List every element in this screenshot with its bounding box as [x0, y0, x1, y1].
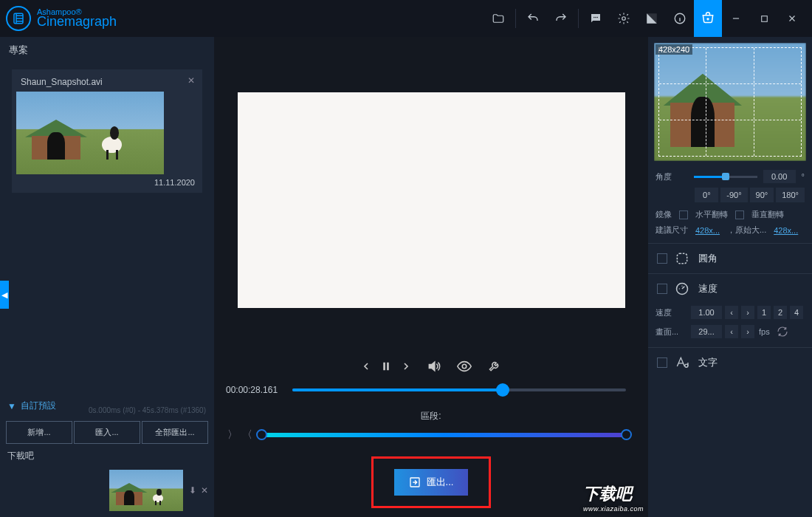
svg-point-4: [622, 17, 626, 21]
next-frame-button[interactable]: [400, 360, 412, 372]
fps-dec[interactable]: ‹: [725, 325, 738, 338]
text-section-label: 文字: [698, 356, 718, 369]
angle-label: 角度: [656, 171, 688, 182]
text-icon: [675, 355, 691, 370]
round-icon: [675, 251, 691, 266]
segment-prev-icon[interactable]: 〈: [241, 428, 254, 442]
right-panel: 428x240 角度 0.00 ° 0° -90° 90° 180° 鏡像 水平…: [648, 37, 812, 517]
clip-filename: Shaun_Snapshot.avi: [16, 74, 198, 92]
size-link-2[interactable]: 428x...: [774, 226, 798, 235]
section-round-corners[interactable]: 圓角: [648, 243, 812, 273]
size-mid-text: ，原始大...: [727, 225, 766, 236]
speed-inc[interactable]: ›: [741, 306, 754, 319]
preset-thumbnail: [109, 470, 183, 511]
timecode: 00:00:28.161: [226, 385, 283, 395]
shop-button[interactable]: [694, 0, 722, 37]
preset-item-label: 下載吧: [0, 445, 214, 467]
collapse-left-button[interactable]: ◀: [0, 281, 9, 309]
titlebar: Ashampoo® Cinemagraph: [0, 0, 812, 37]
preset-item[interactable]: ⬇ ✕: [0, 467, 214, 517]
preset-download-icon[interactable]: ⬇: [189, 485, 196, 496]
rotate-90-button[interactable]: 90°: [750, 188, 774, 202]
rotate-neg90-button[interactable]: -90°: [720, 188, 747, 202]
crop-dimensions: 428x240: [656, 44, 692, 55]
segment-start-handle[interactable]: [256, 429, 267, 440]
preset-new-button[interactable]: 新增...: [6, 421, 72, 444]
feedback-button[interactable]: [582, 0, 610, 37]
info-button[interactable]: [666, 0, 694, 37]
minimize-button[interactable]: [722, 0, 750, 37]
rotate-180-button[interactable]: 180°: [776, 188, 805, 202]
svg-rect-7: [383, 363, 385, 371]
timeline-thumb[interactable]: [496, 383, 509, 397]
preset-import-button[interactable]: 匯入...: [74, 421, 140, 444]
crop-grid[interactable]: [658, 47, 802, 157]
export-label: 匯出...: [427, 476, 454, 489]
round-checkbox[interactable]: [657, 253, 667, 264]
angle-slider[interactable]: [694, 176, 757, 178]
segment-row: 〉 〈: [214, 425, 648, 453]
preview-viewer: [214, 37, 648, 348]
mirror-h-label: 水平翻轉: [695, 209, 728, 220]
svg-point-3: [597, 17, 599, 18]
app-logo: Ashampoo® Cinemagraph: [6, 6, 117, 31]
undo-button[interactable]: [519, 0, 547, 37]
size-link-1[interactable]: 428x...: [695, 226, 720, 235]
speed-checkbox[interactable]: [657, 284, 667, 294]
angle-unit: °: [802, 172, 805, 181]
fps-inc[interactable]: ›: [741, 325, 754, 338]
timeline-track[interactable]: [292, 388, 626, 391]
segment-end-handle[interactable]: [621, 429, 632, 440]
fps-value[interactable]: 29...: [691, 325, 722, 338]
segment-track[interactable]: [261, 433, 626, 437]
section-text[interactable]: 文字: [648, 347, 812, 377]
clip-close-icon[interactable]: ✕: [185, 74, 198, 87]
preset-delete-icon[interactable]: ✕: [201, 485, 208, 496]
visibility-icon[interactable]: [456, 358, 472, 374]
recommended-size-label: 建議尺寸: [656, 225, 688, 236]
presets-title: 自訂預設: [21, 400, 56, 412]
angle-value[interactable]: 0.00: [763, 170, 796, 183]
speed-dec[interactable]: ‹: [725, 306, 738, 319]
svg-rect-8: [387, 363, 389, 371]
open-folder-button[interactable]: [484, 0, 512, 37]
mirror-v-checkbox[interactable]: [735, 210, 744, 219]
preset-export-all-button[interactable]: 全部匯出...: [142, 421, 208, 444]
preview-canvas[interactable]: [238, 92, 625, 308]
round-label: 圓角: [698, 252, 718, 265]
volume-icon[interactable]: [427, 359, 441, 374]
segment-next-icon[interactable]: 〉: [226, 428, 239, 442]
crop-preview[interactable]: 428x240: [654, 43, 806, 161]
redo-button[interactable]: [547, 0, 575, 37]
mirror-h-checkbox[interactable]: [679, 210, 688, 219]
svg-point-2: [595, 17, 596, 18]
settings-button[interactable]: [610, 0, 638, 37]
fps-label: 畫面...: [656, 326, 688, 338]
section-speed[interactable]: 速度: [648, 273, 812, 304]
ghost-timecode: 0s.000ms (#0) - 45s.378ms (#1360): [89, 406, 206, 414]
center-panel: 00:00:28.161 區段: 〉 〈 匯出...: [214, 37, 648, 517]
fps-unit: fps: [757, 327, 771, 336]
chevron-down-icon: ▼: [7, 401, 16, 411]
brand-product: Cinemagraph: [37, 14, 117, 30]
speed-2x[interactable]: 2: [774, 306, 787, 319]
speed-section-label: 速度: [698, 282, 718, 295]
text-checkbox[interactable]: [657, 357, 667, 368]
close-button[interactable]: [778, 0, 806, 37]
speed-value[interactable]: 1.00: [691, 306, 722, 319]
rotate-0-button[interactable]: 0°: [695, 188, 718, 202]
svg-point-1: [593, 17, 595, 18]
prev-frame-button[interactable]: [360, 360, 372, 372]
export-button[interactable]: 匯出...: [394, 469, 469, 496]
speed-1x[interactable]: 1: [757, 306, 771, 319]
presets-panel: ▼ 自訂預設 0s.000ms (#0) - 45s.378ms (#1360)…: [0, 394, 214, 517]
speed-4x[interactable]: 4: [790, 306, 803, 319]
maximize-button[interactable]: [750, 0, 778, 37]
tools-icon[interactable]: [487, 359, 502, 374]
project-clip[interactable]: Shaun_Snapshot.avi ✕ 11.11.2020: [12, 69, 202, 193]
edit-button[interactable]: [638, 0, 666, 37]
projects-heading: 專案: [0, 37, 214, 64]
pause-button[interactable]: [379, 360, 393, 373]
clip-date: 11.11.2020: [16, 174, 198, 188]
fps-reset-icon[interactable]: [774, 323, 791, 340]
